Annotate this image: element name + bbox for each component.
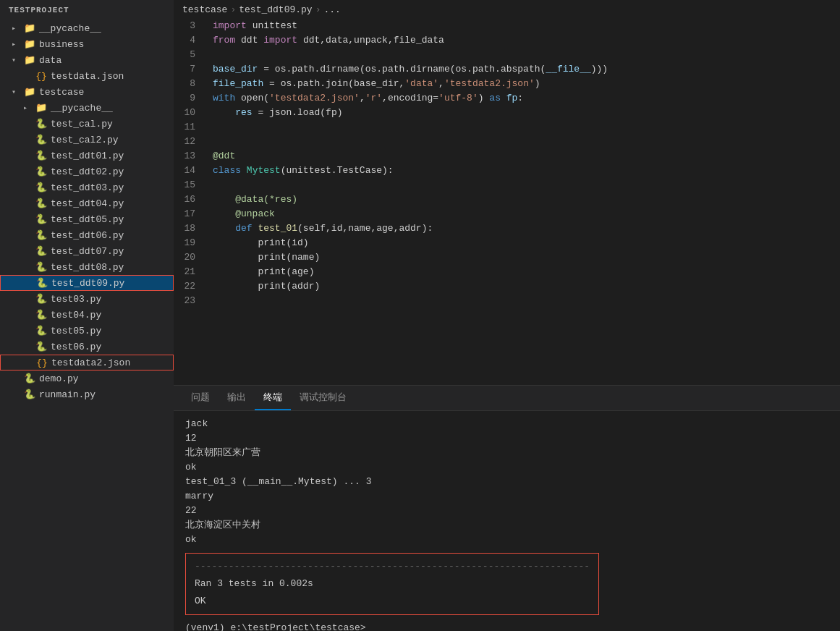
python-icon: 🐍 [35, 325, 48, 336]
sidebar-item-label: test_cal2.py [51, 135, 119, 145]
code-line-20: 20 print(name) [174, 250, 840, 265]
sidebar-item-label: __pycache__ [39, 23, 101, 34]
sidebar-item-testdata-json[interactable]: {} testdata.json [0, 68, 174, 84]
sidebar-item-label: test05.py [51, 326, 101, 336]
arrow-icon [23, 103, 35, 112]
code-line-12: 12 [174, 135, 840, 149]
code-line-19: 19 print(id) [174, 236, 840, 250]
sidebar-item-label: __pycache__ [51, 103, 113, 114]
sidebar-item-label: demo.py [39, 373, 79, 384]
sidebar-item-test-ddt09[interactable]: 🐍 test_ddt09.py [0, 275, 174, 291]
sidebar-item-pycache-tc[interactable]: 📁 __pycache__ [0, 100, 174, 116]
python-icon: 🐍 [35, 134, 48, 145]
python-icon: 🐍 [35, 341, 48, 352]
sidebar-item-test-ddt06[interactable]: 🐍 test_ddt06.py [0, 227, 174, 243]
sidebar-item-label: test_ddt05.py [51, 214, 124, 225]
sidebar-item-label: test04.py [51, 310, 101, 321]
sidebar-item-label: testcase [39, 87, 84, 98]
python-icon: 🐍 [35, 150, 48, 161]
python-icon: 🐍 [35, 229, 48, 241]
python-icon: 🐍 [35, 261, 48, 273]
result-dashes: ----------------------------------------… [195, 559, 590, 574]
arrow-icon [12, 56, 23, 64]
sidebar-item-data[interactable]: 📁 data [0, 52, 174, 68]
result-ok: OK [195, 594, 590, 609]
python-icon: 🐍 [23, 373, 36, 384]
sidebar-item-test-ddt04[interactable]: 🐍 test_ddt04.py [0, 195, 174, 211]
sidebar-item-test-cal2[interactable]: 🐍 test_cal2.py [0, 132, 174, 148]
sidebar-item-test-cal[interactable]: 🐍 test_cal.py [0, 116, 174, 132]
tab-output[interactable]: 输出 [219, 385, 255, 410]
code-line-21: 21 print(age) [174, 265, 840, 279]
sidebar-item-label: testdata.json [51, 71, 124, 82]
sidebar-item-test-ddt05[interactable]: 🐍 test_ddt05.py [0, 211, 174, 227]
result-ran-text: Ran 3 tests in 0.002s [195, 577, 590, 591]
sidebar-item-label: data [39, 55, 61, 66]
code-line-7: 7 base_dir = os.path.dirname(os.path.dir… [174, 62, 840, 77]
code-line-13: 13 @ddt [174, 149, 840, 164]
sidebar-item-label: test_ddt03.py [51, 182, 124, 193]
sidebar-item-test06[interactable]: 🐍 test06.py [0, 339, 174, 355]
sidebar-item-label: test_ddt02.py [51, 166, 124, 177]
code-line-23: 23 [174, 294, 840, 308]
sidebar-item-label: test_ddt04.py [51, 198, 124, 209]
python-icon: 🐍 [35, 277, 48, 289]
tab-debug-console[interactable]: 调试控制台 [291, 385, 355, 410]
code-line-3: 3 import unittest [174, 19, 840, 33]
sidebar-item-test-ddt07[interactable]: 🐍 test_ddt07.py [0, 243, 174, 259]
sidebar-item-demo[interactable]: 🐍 demo.py [0, 370, 174, 386]
terminal-line-22: 22 [185, 504, 828, 518]
sidebar-item-label: testdata2.json [51, 357, 130, 368]
sidebar-item-label: runmain.py [39, 389, 96, 400]
breadcrumb-context: ... [323, 4, 340, 15]
tab-problems-label: 问题 [191, 391, 210, 404]
terminal-line-test-01-3: test_01_3 (__main__.Mytest) ... 3 [185, 475, 828, 489]
sidebar-item-label: test_ddt01.py [51, 151, 124, 161]
python-icon: 🐍 [35, 213, 48, 225]
sidebar-item-runmain[interactable]: 🐍 runmain.py [0, 386, 174, 402]
sidebar-item-test-ddt03[interactable]: 🐍 test_ddt03.py [0, 179, 174, 195]
json-icon: {} [35, 357, 48, 368]
sidebar-item-test03[interactable]: 🐍 test03.py [0, 291, 174, 307]
sidebar-item-test-ddt01[interactable]: 🐍 test_ddt01.py [0, 148, 174, 164]
sidebar-item-testdata2-json[interactable]: {} testdata2.json [0, 355, 174, 370]
sidebar-item-business[interactable]: 📁 business [0, 36, 174, 52]
tab-problems[interactable]: 问题 [182, 385, 219, 410]
sidebar-title: TESTPROJECT [0, 0, 174, 20]
code-editor[interactable]: 3 import unittest 4 from ddt import ddt,… [174, 19, 840, 385]
code-line-15: 15 [174, 178, 840, 192]
code-line-18: 18 def test_01(self,id,name,age,addr): [174, 221, 840, 236]
terminal-line-addr1: 北京朝阳区来广营 [185, 446, 828, 460]
sidebar-item-label: test_cal.py [51, 119, 113, 130]
code-line-11: 11 [174, 120, 840, 135]
breadcrumb-file: test_ddt09.py [239, 4, 312, 15]
sidebar-item-label: test_ddt09.py [51, 278, 124, 289]
sidebar-item-testcase[interactable]: 📁 testcase [0, 84, 174, 100]
sidebar-item-test05[interactable]: 🐍 test05.py [0, 323, 174, 339]
sidebar-item-label: business [39, 39, 84, 50]
tab-terminal[interactable]: 终端 [255, 385, 291, 410]
sidebar-item-test-ddt08[interactable]: 🐍 test_ddt08.py [0, 259, 174, 275]
python-icon: 🐍 [23, 389, 36, 400]
python-icon: 🐍 [35, 118, 48, 130]
python-icon: 🐍 [35, 309, 48, 321]
terminal-output[interactable]: jack 12 北京朝阳区来广营 ok test_01_3 (__main__.… [174, 411, 840, 631]
arrow-icon [12, 24, 23, 33]
folder-icon: 📁 [23, 38, 36, 50]
code-line-14: 14 class Mytest(unittest.TestCase): [174, 164, 840, 178]
sidebar-item-label: test_ddt07.py [51, 246, 124, 257]
bottom-panel: 问题 输出 终端 调试控制台 jack 12 北京朝阳区来广营 ok test_… [174, 385, 840, 631]
sidebar-item-test04[interactable]: 🐍 test04.py [0, 307, 174, 323]
code-line-22: 22 print(addr) [174, 279, 840, 294]
tab-debug-console-label: 调试控制台 [300, 391, 347, 404]
terminal-line-jack: jack [185, 417, 828, 431]
breadcrumb-testcase: testcase [182, 4, 227, 15]
sidebar-item-test-ddt02[interactable]: 🐍 test_ddt02.py [0, 164, 174, 179]
sidebar-item-label: test03.py [51, 294, 101, 305]
breadcrumb: testcase › test_ddt09.py › ... [174, 0, 840, 19]
sidebar-item-pycache-root[interactable]: 📁 __pycache__ [0, 20, 174, 36]
json-icon: {} [35, 71, 48, 82]
code-line-4: 4 from ddt import ddt,data,unpack,file_d… [174, 33, 840, 48]
python-icon: 🐍 [35, 245, 48, 257]
sidebar-item-label: test_ddt08.py [51, 262, 124, 273]
